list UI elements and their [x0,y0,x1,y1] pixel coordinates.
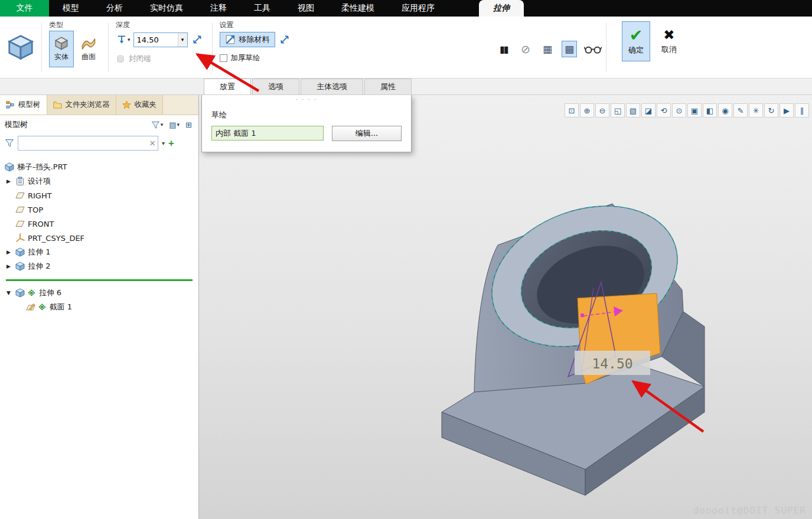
view-normal-button[interactable]: ⊙ [672,103,686,117]
separator [108,22,109,72]
zoom-out-icon: ⊖ [599,106,606,115]
tree-row-right-plane[interactable]: RIGHT [5,188,198,203]
graphics-viewport[interactable]: ⊡ ⊕ ⊖ ◱ ▧ ◪ ⟲ ⊙ ▣ ◧ ◉ ✎ ✳ ↻ ▶ ‖ [199,95,812,519]
datum-plane-icon [15,191,25,200]
tab-model-tree[interactable]: 模型树 [0,95,47,115]
filter-dropdown-button[interactable]: ▾ [162,140,165,146]
menu-analysis[interactable]: 分析 [97,0,132,17]
remove-material-button[interactable]: 移除材料 [220,32,275,47]
navigator-tabs: 模型树 文件夹浏览器 收藏夹 [0,95,198,115]
tree-row-part[interactable]: 梯子-挡头.PRT [5,160,198,174]
funnel-icon [151,120,160,129]
no-preview-button[interactable]: ⊘ [518,41,533,57]
tab-folder-browser[interactable]: 文件夹浏览器 [47,95,116,115]
add-filter-button[interactable]: + [168,138,174,148]
attached-preview-button[interactable]: ▩ [562,41,577,57]
menu-live-simulation[interactable]: 实时仿真 [141,0,193,17]
menu-flexible-modeling[interactable]: 柔性建模 [332,0,384,17]
3d-model-canvas[interactable]: 14.50 [199,95,812,519]
spin-center-button[interactable]: ↻ [764,103,778,117]
attached-preview-icon: ▩ [565,43,574,55]
unattached-preview-button[interactable]: ▦ [540,41,555,57]
annotations-button[interactable]: ✎ [733,103,748,117]
depth-dimension[interactable]: 14.50 [575,351,650,375]
tree-filters-button[interactable]: ▾ [149,119,165,131]
extrude-icon [15,288,25,298]
zoom-in-button[interactable]: ⊕ [580,103,594,117]
tree-filter-wrap: × [18,136,158,151]
expander-icon[interactable]: ▶ [5,263,12,269]
edit-sketch-button[interactable]: 编辑... [332,126,402,141]
clear-icon[interactable]: × [149,138,156,148]
graphics-toolbar: ⊡ ⊕ ⊖ ◱ ▧ ◪ ⟲ ⊙ ▣ ◧ ◉ ✎ ✳ ↻ ▶ ‖ [565,103,809,117]
tree-filter-input[interactable] [18,136,158,150]
expander-icon[interactable]: ▼ [5,290,12,296]
surface-button[interactable]: 曲面 [76,31,101,67]
verify-button[interactable] [583,41,602,57]
pause-feature-button[interactable]: ▮▮ [496,41,511,57]
flip-depth-direction-button[interactable] [190,32,205,47]
csys-icon [15,233,25,243]
tab-body-options[interactable]: 主体选项 [301,79,363,94]
depth-value-input[interactable] [134,33,178,46]
refit-button[interactable]: ◱ [611,103,625,117]
depth-dropdown-button[interactable]: ▾ [178,33,187,47]
navigator-sidebar: 模型树 文件夹浏览器 收藏夹 模型树 ▾ ▤ ▾ [0,95,199,519]
capture-button[interactable]: ▣ [687,103,702,117]
menu-view[interactable]: 视图 [288,0,324,17]
repaint-button[interactable]: ▧ [626,103,640,117]
pause-display-button[interactable]: ‖ [795,103,809,117]
tab-options[interactable]: 选项 [252,79,299,94]
section-view-button[interactable]: ◧ [703,103,717,117]
depth-type-button[interactable]: ▾ [116,32,131,47]
tree-row-section-1[interactable]: ※ 截面 1 [5,300,198,314]
menu-file[interactable]: 文件 [0,0,49,17]
thicken-sketch-option[interactable]: 加厚草绘 [220,53,292,63]
dragger-button[interactable]: ▶ [780,103,794,117]
tree-row-top-plane[interactable]: TOP [5,203,198,217]
menu-model[interactable]: 模型 [53,0,89,17]
menu-annotate[interactable]: 注释 [201,0,236,17]
insert-here-locator[interactable] [6,279,193,281]
ok-button[interactable]: ✔ 确定 [622,21,650,61]
appearance-button[interactable]: ◉ [718,103,732,117]
flip-material-side-button[interactable] [278,32,292,47]
panel-grip-handle[interactable]: · · · · [202,96,411,104]
separator [606,22,606,72]
capped-ends-option-disabled: 封闭端 [116,54,205,64]
display-style-button[interactable]: ◪ [641,103,656,117]
zoom-out-button[interactable]: ⊖ [595,103,609,117]
tree-row-front-plane[interactable]: FRONT [5,217,198,231]
expander-icon[interactable]: ▶ [5,249,12,255]
datum-display-icon: ✳ [753,106,759,115]
menu-tools[interactable]: 工具 [244,0,280,17]
solid-icon [54,36,69,50]
sketch-collector-field[interactable]: 内部 截面 1 [211,126,324,141]
model-tree-tab-label: 模型树 [18,100,41,110]
saved-orientations-icon: ⟲ [661,106,667,115]
tree-row-extrude-1[interactable]: ▶ 拉伸 1 [5,245,198,259]
saved-orientations-button[interactable]: ⟲ [657,103,671,117]
zoom-region-button[interactable]: ⊡ [565,103,579,117]
model-tree-header: 模型树 ▾ ▤ ▾ ⊞ [0,115,198,134]
tab-extrude-context[interactable]: 拉伸 [479,0,524,17]
tree-settings-button[interactable]: ⊞ [184,119,194,131]
menu-applications[interactable]: 应用程序 [392,0,444,17]
tree-row-design-items[interactable]: ▶ 设计项 [5,174,198,188]
pending-marker-icon: ※ [38,303,46,312]
tree-label-extrude-1: 拉伸 1 [28,247,50,257]
tree-row-csys[interactable]: PRT_CSYS_DEF [5,231,198,245]
solid-button[interactable]: 实体 [49,31,74,67]
thicken-sketch-checkbox[interactable] [220,54,227,62]
tab-placement[interactable]: 放置 [204,79,251,94]
tab-favorites[interactable]: 收藏夹 [116,95,164,115]
expander-icon[interactable]: ▶ [5,178,12,184]
tree-columns-button[interactable]: ▤ ▾ [167,119,181,131]
tree-row-extrude-2[interactable]: ▶ 拉伸 2 [5,259,198,273]
settings-group: 设置 移除材料 加厚草绘 [216,19,296,76]
tree-row-extrude-6[interactable]: ▼ ※ 拉伸 6 [5,286,198,300]
tab-properties[interactable]: 属性 [364,79,412,94]
cancel-button[interactable]: ✖ 取消 [655,21,683,61]
dimension-value[interactable]: 14.50 [592,356,632,371]
datum-display-button[interactable]: ✳ [749,103,763,117]
